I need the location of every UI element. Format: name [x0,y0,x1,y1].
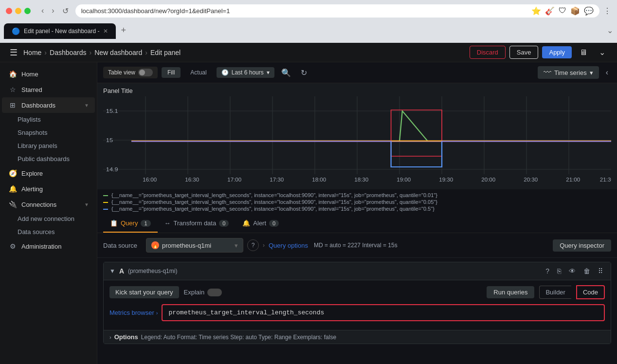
svg-text:15.1: 15.1 [106,108,118,114]
close-dot[interactable] [6,8,12,14]
query-block-expand-button[interactable]: ▼ [109,268,115,274]
time-range-label: Last 6 hours [232,69,264,76]
collapse-button[interactable]: ‹ [603,67,611,78]
tab-transform-data[interactable]: ↔ Transform data 0 [158,215,236,233]
query-inspector-button[interactable]: Query inspector [553,239,611,252]
dashboards-icon: ⊞ [8,101,18,109]
chevron-down-icon[interactable]: ⌄ [595,46,609,59]
breadcrumb-sep-3: › [145,49,147,56]
browser-menu-button[interactable]: ⋮ [603,6,611,16]
sidebar-item-add-new-connection[interactable]: Add new connection [0,212,97,225]
sidebar-item-connections[interactable]: 🔌 Connections ▼ [2,197,95,212]
forward-button[interactable]: › [49,5,57,17]
query-options-button[interactable]: Query options [269,242,308,249]
fill-button[interactable]: Fill [162,67,181,78]
tab-alert[interactable]: 🔔 Alert 0 [236,215,286,233]
breadcrumb-edit-panel: Edit panel [150,49,181,56]
metrics-browser-link[interactable]: Metrics browser › [109,309,158,316]
query-delete-button[interactable]: 🗑 [581,266,592,276]
discard-button[interactable]: Discard [470,46,506,59]
options-expand-button[interactable]: › [109,334,111,340]
breadcrumb-new-dashboard[interactable]: New dashboard [94,49,142,56]
zoom-out-button[interactable]: 🔍 [278,67,294,78]
sidebar-item-dashboards[interactable]: ⊞ Dashboards ▼ [2,97,95,113]
builder-button[interactable]: Builder [539,286,571,299]
apply-button[interactable]: Apply [542,46,572,58]
table-view-toggle[interactable]: Table view [103,67,158,78]
svg-text:14.9: 14.9 [106,166,118,173]
active-tab[interactable]: 🔵 Edit panel - New dashboard - ✕ [4,23,116,39]
topbar: ☰ Home › Dashboards › New dashboard › Ed… [0,43,617,62]
panel-title: Panel Title [103,87,611,94]
viz-picker[interactable]: 〰 Time series ▾ [538,66,599,79]
svg-text:21:30: 21:30 [600,177,611,182]
save-button[interactable]: Save [509,46,539,59]
reload-button[interactable]: ↺ [59,5,72,17]
metrics-browser-row: Metrics browser › [109,304,605,321]
screen-button[interactable]: 🖥 [576,46,591,59]
sidebar-item-home[interactable]: 🏠 Home [2,66,95,82]
alert-tab-badge: 0 [269,220,279,227]
query-options-expand-icon[interactable]: › [263,242,265,249]
kickstart-button[interactable]: Kick start your query [109,286,179,298]
legend-item-2: {__name__="prometheus_target_interval_le… [103,199,611,205]
transform-tab-badge: 0 [219,220,229,227]
transform-tab-label: Transform data [174,219,217,227]
run-queries-button[interactable]: Run queries [487,286,534,298]
svg-text:20:30: 20:30 [524,177,538,182]
query-block-header: ▼ A (prometheus-q1mi) ? ⎘ 👁 🗑 ⠿ [104,262,611,280]
address-bar-url: localhost:3000/dashboard/new?orgId=1&edi… [81,7,230,15]
sidebar-item-starred[interactable]: ☆ Starred [2,82,95,97]
sidebar-item-public-dashboards[interactable]: Public dashboards [0,152,97,165]
datasource-info-button[interactable]: ? [247,239,259,251]
query-eye-button[interactable]: 👁 [567,266,578,276]
sidebar-item-administration[interactable]: ⚙ Administration [2,238,95,254]
sidebar-item-data-sources[interactable]: Data sources [0,225,97,238]
chevron-down-icon: ▼ [84,202,89,207]
time-range-picker[interactable]: 🕐 Last 6 hours ▾ [217,67,274,78]
svg-text:21:00: 21:00 [566,177,580,182]
explain-toggle: Explain [184,289,222,296]
query-block-body: Kick start your query Explain Run querie… [104,280,611,330]
sidebar-item-snapshots[interactable]: Snapshots [0,126,97,139]
legend-text-2: {__name__="prometheus_target_interval_le… [111,199,437,205]
datasource-select[interactable]: 🔥 prometheus-q1mi ▾ [146,238,243,253]
actual-button[interactable]: Actual [184,67,212,78]
query-tab-label: Query [121,219,138,227]
legend-color-3 [103,209,108,210]
svg-text:18:30: 18:30 [354,177,368,182]
back-button[interactable]: ‹ [38,5,47,17]
refresh-button[interactable]: ↻ [298,67,310,78]
query-drag-button[interactable]: ⠿ [596,266,605,276]
address-bar[interactable]: localhost:3000/dashboard/new?orgId=1&edi… [75,4,599,18]
breadcrumb-dashboards[interactable]: Dashboards [50,49,87,56]
query-input[interactable] [162,304,605,321]
table-view-label: Table view [108,69,135,76]
maximize-dot[interactable] [24,8,31,14]
chart-legend: {__name__="prometheus_target_interval_le… [97,189,617,215]
sidebar-item-alerting[interactable]: 🔔 Alerting [2,181,95,197]
tab-overflow-button[interactable]: ⌄ [607,26,613,35]
sidebar-section-main: 🏠 Home ☆ Starred ⊞ Dashboards ▼ Playlist… [0,66,97,254]
minimize-dot[interactable] [15,8,21,14]
explain-switch[interactable] [207,289,222,296]
tab-close-button[interactable]: ✕ [103,28,108,35]
browser-titlebar: ‹ › ↺ localhost:3000/dashboard/new?orgId… [0,0,617,21]
svg-text:19:30: 19:30 [439,177,453,182]
panel-editor: Table view Fill Actual 🕐 Last 6 hours ▾ … [97,62,617,364]
sidebar-item-playlists[interactable]: Playlists [0,113,97,126]
breadcrumb-home[interactable]: Home [23,49,41,56]
query-help-button[interactable]: ? [544,266,551,276]
sidebar-item-explore[interactable]: 🧭 Explore [2,165,95,181]
legend-color-2 [103,202,108,203]
home-icon: 🏠 [8,70,18,78]
sidebar-item-library-panels[interactable]: Library panels [0,139,97,152]
new-tab-button[interactable]: + [117,25,130,36]
tab-query[interactable]: 📋 Query 1 [103,215,158,233]
code-button[interactable]: Code [576,285,605,299]
table-view-switch[interactable] [138,69,153,76]
chevron-down-icon: ▾ [267,69,270,76]
legend-item-3: {__name__="prometheus_target_interval_le… [103,206,611,212]
menu-button[interactable]: ☰ [8,45,19,60]
query-copy-button[interactable]: ⎘ [555,266,563,276]
